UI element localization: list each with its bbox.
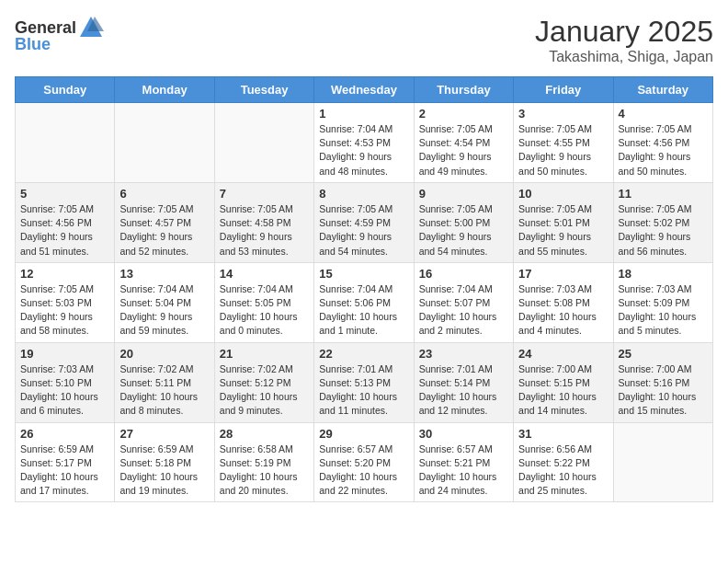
day-number: 21	[220, 347, 309, 361]
calendar-week-5: 26Sunrise: 6:59 AM Sunset: 5:17 PM Dayli…	[16, 422, 713, 502]
day-info: Sunrise: 6:59 AM Sunset: 5:18 PM Dayligh…	[119, 442, 209, 499]
day-number: 9	[419, 187, 508, 201]
day-number: 18	[619, 267, 708, 281]
calendar-cell: 22Sunrise: 7:01 AM Sunset: 5:13 PM Dayli…	[314, 342, 414, 422]
day-number: 26	[20, 427, 109, 441]
day-info: Sunrise: 7:00 AM Sunset: 5:16 PM Dayligh…	[619, 362, 708, 419]
calendar-cell: 6Sunrise: 7:05 AM Sunset: 4:57 PM Daylig…	[115, 182, 214, 262]
calendar-cell	[214, 103, 313, 183]
day-info: Sunrise: 7:04 AM Sunset: 5:05 PM Dayligh…	[220, 282, 309, 339]
calendar-cell: 19Sunrise: 7:03 AM Sunset: 5:10 PM Dayli…	[16, 342, 115, 422]
day-number: 8	[319, 187, 408, 201]
day-number: 14	[220, 267, 309, 281]
day-info: Sunrise: 7:05 AM Sunset: 4:58 PM Dayligh…	[220, 202, 309, 259]
day-number: 7	[220, 187, 309, 201]
calendar-cell: 30Sunrise: 6:57 AM Sunset: 5:21 PM Dayli…	[414, 422, 513, 502]
calendar-cell	[115, 103, 214, 183]
day-info: Sunrise: 6:59 AM Sunset: 5:17 PM Dayligh…	[20, 442, 109, 499]
calendar-week-3: 12Sunrise: 7:05 AM Sunset: 5:03 PM Dayli…	[16, 262, 713, 342]
calendar-cell: 11Sunrise: 7:05 AM Sunset: 5:02 PM Dayli…	[613, 182, 712, 262]
day-number: 12	[20, 267, 109, 281]
calendar-cell: 3Sunrise: 7:05 AM Sunset: 4:55 PM Daylig…	[514, 103, 613, 183]
calendar-week-2: 5Sunrise: 7:05 AM Sunset: 4:56 PM Daylig…	[16, 182, 713, 262]
calendar-cell: 2Sunrise: 7:05 AM Sunset: 4:54 PM Daylig…	[414, 103, 513, 183]
weekday-header-row: SundayMondayTuesdayWednesdayThursdayFrid…	[16, 77, 713, 103]
day-number: 25	[619, 347, 708, 361]
day-info: Sunrise: 7:05 AM Sunset: 4:56 PM Dayligh…	[619, 122, 708, 178]
day-info: Sunrise: 7:04 AM Sunset: 5:04 PM Dayligh…	[119, 282, 209, 339]
calendar-cell: 15Sunrise: 7:04 AM Sunset: 5:06 PM Dayli…	[314, 262, 414, 342]
day-number: 27	[119, 427, 209, 441]
day-number: 28	[220, 427, 309, 441]
calendar-week-4: 19Sunrise: 7:03 AM Sunset: 5:10 PM Dayli…	[16, 342, 713, 422]
calendar-cell: 12Sunrise: 7:05 AM Sunset: 5:03 PM Dayli…	[16, 262, 115, 342]
calendar-cell: 8Sunrise: 7:05 AM Sunset: 4:59 PM Daylig…	[314, 182, 414, 262]
calendar-cell: 4Sunrise: 7:05 AM Sunset: 4:56 PM Daylig…	[613, 103, 712, 183]
day-number: 6	[119, 187, 209, 201]
logo-blue: Blue	[15, 35, 51, 54]
day-number: 4	[619, 107, 708, 121]
calendar-cell: 14Sunrise: 7:04 AM Sunset: 5:05 PM Dayli…	[214, 262, 313, 342]
calendar-cell: 23Sunrise: 7:01 AM Sunset: 5:14 PM Dayli…	[414, 342, 513, 422]
day-info: Sunrise: 6:56 AM Sunset: 5:22 PM Dayligh…	[518, 442, 608, 499]
calendar-cell: 16Sunrise: 7:04 AM Sunset: 5:07 PM Dayli…	[414, 262, 513, 342]
calendar-cell: 29Sunrise: 6:57 AM Sunset: 5:20 PM Dayli…	[314, 422, 414, 502]
calendar-cell: 26Sunrise: 6:59 AM Sunset: 5:17 PM Dayli…	[16, 422, 115, 502]
day-number: 13	[119, 267, 209, 281]
day-number: 24	[518, 347, 608, 361]
day-info: Sunrise: 7:05 AM Sunset: 4:59 PM Dayligh…	[319, 202, 408, 259]
day-number: 5	[20, 187, 109, 201]
calendar-cell: 24Sunrise: 7:00 AM Sunset: 5:15 PM Dayli…	[514, 342, 613, 422]
day-number: 20	[119, 347, 209, 361]
day-info: Sunrise: 7:02 AM Sunset: 5:11 PM Dayligh…	[119, 362, 209, 419]
calendar-cell: 18Sunrise: 7:03 AM Sunset: 5:09 PM Dayli…	[613, 262, 712, 342]
day-number: 23	[419, 347, 508, 361]
day-number: 29	[319, 427, 408, 441]
day-info: Sunrise: 7:05 AM Sunset: 5:00 PM Dayligh…	[419, 202, 508, 259]
day-number: 1	[319, 107, 408, 121]
day-number: 15	[319, 267, 408, 281]
day-info: Sunrise: 7:04 AM Sunset: 5:06 PM Dayligh…	[319, 282, 408, 339]
day-number: 11	[619, 187, 708, 201]
calendar-cell: 10Sunrise: 7:05 AM Sunset: 5:01 PM Dayli…	[514, 182, 613, 262]
logo-icon	[78, 15, 104, 40]
day-info: Sunrise: 7:05 AM Sunset: 4:55 PM Dayligh…	[518, 122, 608, 178]
calendar-cell: 7Sunrise: 7:05 AM Sunset: 4:58 PM Daylig…	[214, 182, 313, 262]
day-info: Sunrise: 7:02 AM Sunset: 5:12 PM Dayligh…	[220, 362, 309, 419]
weekday-header-friday: Friday	[514, 77, 613, 103]
calendar-cell: 9Sunrise: 7:05 AM Sunset: 5:00 PM Daylig…	[414, 182, 513, 262]
calendar-cell: 20Sunrise: 7:02 AM Sunset: 5:11 PM Dayli…	[115, 342, 214, 422]
location-title: Takashima, Shiga, Japan	[535, 49, 713, 65]
calendar-cell: 1Sunrise: 7:04 AM Sunset: 4:53 PM Daylig…	[314, 103, 414, 183]
calendar-cell: 21Sunrise: 7:02 AM Sunset: 5:12 PM Dayli…	[214, 342, 313, 422]
day-info: Sunrise: 7:05 AM Sunset: 5:02 PM Dayligh…	[619, 202, 708, 259]
page-header: General Blue January 2025 Takashima, Shi…	[15, 15, 713, 65]
title-area: January 2025 Takashima, Shiga, Japan	[535, 15, 713, 65]
day-number: 31	[518, 427, 608, 441]
day-number: 16	[419, 267, 508, 281]
day-info: Sunrise: 7:05 AM Sunset: 4:57 PM Dayligh…	[119, 202, 209, 259]
day-info: Sunrise: 7:05 AM Sunset: 4:54 PM Dayligh…	[419, 122, 508, 178]
weekday-header-sunday: Sunday	[16, 77, 115, 103]
calendar-table: SundayMondayTuesdayWednesdayThursdayFrid…	[15, 76, 713, 502]
calendar-cell: 27Sunrise: 6:59 AM Sunset: 5:18 PM Dayli…	[115, 422, 214, 502]
weekday-header-tuesday: Tuesday	[214, 77, 313, 103]
day-number: 19	[20, 347, 109, 361]
day-info: Sunrise: 6:57 AM Sunset: 5:21 PM Dayligh…	[419, 442, 508, 499]
day-info: Sunrise: 7:03 AM Sunset: 5:10 PM Dayligh…	[20, 362, 109, 419]
day-number: 3	[518, 107, 608, 121]
day-number: 17	[518, 267, 608, 281]
calendar-cell: 13Sunrise: 7:04 AM Sunset: 5:04 PM Dayli…	[115, 262, 214, 342]
calendar-cell: 17Sunrise: 7:03 AM Sunset: 5:08 PM Dayli…	[514, 262, 613, 342]
day-info: Sunrise: 7:05 AM Sunset: 4:56 PM Dayligh…	[20, 202, 109, 259]
day-info: Sunrise: 7:05 AM Sunset: 5:03 PM Dayligh…	[20, 282, 109, 339]
month-title: January 2025	[535, 15, 713, 49]
day-info: Sunrise: 7:00 AM Sunset: 5:15 PM Dayligh…	[518, 362, 608, 419]
day-info: Sunrise: 7:01 AM Sunset: 5:13 PM Dayligh…	[319, 362, 408, 419]
weekday-header-wednesday: Wednesday	[314, 77, 414, 103]
day-info: Sunrise: 6:57 AM Sunset: 5:20 PM Dayligh…	[319, 442, 408, 499]
day-number: 22	[319, 347, 408, 361]
day-info: Sunrise: 6:58 AM Sunset: 5:19 PM Dayligh…	[220, 442, 309, 499]
day-number: 2	[419, 107, 508, 121]
calendar-cell: 28Sunrise: 6:58 AM Sunset: 5:19 PM Dayli…	[214, 422, 313, 502]
